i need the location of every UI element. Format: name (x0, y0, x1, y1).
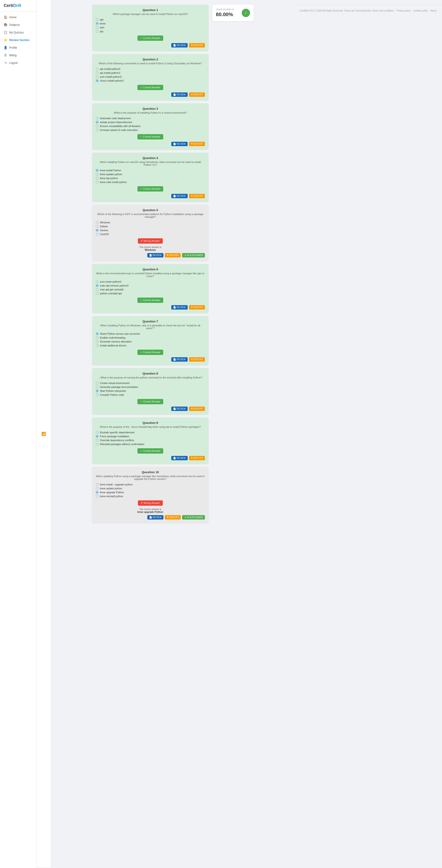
report-btn[interactable]: ⚑ REPORT (189, 142, 205, 146)
wrong-answer-btn[interactable]: ✗ Wrong Answer (138, 238, 163, 244)
radio-circle (96, 340, 99, 343)
sidebar-item-subjects[interactable]: 📚 Subjects (0, 21, 37, 29)
option-label: brew update python (100, 487, 122, 490)
option-label: Start Python interpreter (100, 390, 126, 392)
question-text: When updating Python using a package man… (96, 475, 205, 480)
sidebar-item-profile[interactable]: 👤 Profile (0, 44, 37, 52)
correct-answer-btn[interactable]: ✓ Correct Answer (137, 186, 163, 191)
sidebar-item-review-section[interactable]: ⭐ Review Section (0, 36, 37, 44)
sidebar-item-home[interactable]: 🏠 Home (0, 13, 37, 21)
question-title: Question 7 (96, 320, 205, 323)
footer-copyright: CertiDrill V3.0 © 2024 All Rights Reserv… (300, 9, 372, 863)
correct-answer-btn[interactable]: ✓ Correct Answer (137, 399, 163, 404)
option-label: Create virtual environment (100, 382, 130, 384)
report-btn[interactable]: ⚑ REPORT (189, 194, 205, 198)
question-text: When installing Python on macOS using Ho… (96, 161, 205, 166)
option: brew install --upgrade python (96, 483, 205, 486)
card-actions: 📄 REVIEW ⚑ REPORT (96, 43, 205, 48)
option-label: rpm (100, 26, 104, 29)
correct-answer-btn[interactable]: ✓ Correct Answer (137, 35, 163, 41)
report-btn[interactable]: ⚑ REPORT (189, 407, 205, 411)
review-btn[interactable]: 📄 REVIEW (171, 456, 188, 460)
option: brew install Python (96, 169, 205, 172)
review-btn[interactable]: 📄 REVIEW (171, 194, 188, 198)
review-btn[interactable]: 📄 REVIEW (171, 357, 188, 362)
report-btn[interactable]: ⚑ REPORT (189, 357, 205, 362)
sidebar-item-my-quizzes[interactable]: 📋 My Quizzes (0, 29, 37, 36)
option-label: brew tap python (100, 177, 118, 180)
question-title: Question 9 (96, 421, 205, 425)
correct-answer-btn[interactable]: ✓ Correct Answer (137, 350, 163, 355)
option-label: Exclude specific dependencies (100, 431, 134, 434)
correct-answer-note: The correct answer isbrew upgrade Python (96, 508, 205, 513)
content-area: Question 1 Which package manager can be … (92, 5, 254, 523)
question-text: Which of the following commands is used … (96, 62, 205, 65)
report-btn[interactable]: ⚑ REPORT (165, 253, 181, 257)
radio-circle (96, 495, 99, 498)
option-label: Compile Python code (100, 394, 124, 396)
review-btn[interactable]: 📄 REVIEW (171, 43, 188, 48)
radio-circle (96, 125, 99, 127)
ai-explain-btn[interactable]: ✨ AI EXPLAINER (182, 253, 205, 257)
option: brew (96, 22, 205, 25)
question-card-8: Question 8 ...What is the purpose of run… (92, 368, 209, 415)
card-actions: 📄 REVIEW ⚑ REPORT (96, 142, 205, 146)
sidebar-item-profile-label: Profile (9, 46, 17, 49)
score-value: 80.00% (216, 11, 234, 18)
card-actions: 📄 REVIEW ⚑ REPORT (96, 92, 205, 97)
radio-circle (96, 382, 99, 384)
score-circle: ✓ (242, 9, 250, 17)
correct-answer-btn[interactable]: ✓ Correct Answer (137, 448, 163, 454)
radio-circle (96, 26, 99, 29)
sidebar-nav: 🏠 Home 📚 Subjects 📋 My Quizzes ⭐ Review … (0, 11, 37, 868)
radio-circle (96, 390, 99, 392)
option: Exclude specific dependencies (96, 431, 205, 434)
review-btn[interactable]: 📄 REVIEW (171, 142, 188, 146)
option-label: brew install Python (100, 169, 121, 172)
correct-answer-btn[interactable]: ✓ Correct Answer (137, 134, 163, 140)
report-btn[interactable]: ⚑ REPORT (165, 515, 181, 520)
footer-link-about[interactable]: About (431, 9, 437, 12)
review-btn[interactable]: 📄 REVIEW (171, 407, 188, 411)
review-btn[interactable]: 📄 REVIEW (171, 305, 188, 310)
ai-explain-btn[interactable]: ✨ AI EXPLAINER (182, 515, 205, 520)
question-text: Which package manager can be used to ins… (96, 13, 205, 16)
footer-link-cookies[interactable]: Cookies policy (413, 9, 428, 12)
report-btn[interactable]: ⚑ REPORT (189, 456, 205, 460)
review-btn[interactable]: 📄 REVIEW (147, 253, 164, 257)
option-label: Debian (100, 225, 108, 228)
radio-circle (96, 169, 99, 172)
card-actions: 📄 REVIEW ⚑ REPORT (96, 194, 205, 198)
review-btn[interactable]: 📄 REVIEW (147, 515, 164, 520)
footer-link-terms[interactable]: Terms and conditions (372, 9, 394, 12)
options-list: apt brew rpm pip (96, 18, 205, 33)
option-label: python uninstall apt (100, 292, 122, 295)
options-list: brew install --upgrade python brew updat… (96, 483, 205, 498)
report-btn[interactable]: ⚑ REPORT (189, 43, 205, 48)
option: Isolate project dependencies (96, 121, 205, 124)
option: Enable multi-threading (96, 336, 205, 339)
answer-row: ✓ Correct Answer (96, 186, 205, 191)
footer-link-privacy[interactable]: Privacy policy (397, 9, 411, 12)
option-label: Automate code deployment (100, 117, 131, 120)
score-card: YOUR SCORE IS 80.00% ✓ (212, 5, 254, 21)
correct-answer-btn[interactable]: ✓ Correct Answer (137, 85, 163, 90)
radio-circle (96, 18, 99, 21)
sidebar-item-billing[interactable]: ☰ Billing (0, 52, 37, 59)
report-btn[interactable]: ⚑ REPORT (189, 305, 205, 310)
wrong-answer-btn[interactable]: ✗ Wrong Answer (138, 500, 163, 506)
card-actions: 📄 REVIEW ⚑ REPORT ✨ AI EXPLAINER (96, 253, 205, 257)
profile-icon: 👤 (4, 46, 7, 49)
option: brew reinstall python (96, 495, 205, 498)
question-title: Question 6 (96, 268, 205, 271)
report-btn[interactable]: ⚑ REPORT (189, 92, 205, 97)
radio-circle (96, 332, 99, 335)
question-title: Question 3 (96, 107, 205, 111)
answer-row: ✓ Correct Answer (96, 35, 205, 41)
review-btn[interactable]: 📄 REVIEW (171, 92, 188, 97)
question-text: What is the recommended way to uninstall… (96, 272, 205, 278)
correct-answer-note: The correct answer isWindows (96, 246, 205, 251)
sidebar-item-logout[interactable]: ↪ Logout (0, 59, 37, 67)
correct-answer-btn[interactable]: ✓ Correct Answer (137, 298, 163, 303)
option: Create virtual environment (96, 382, 205, 384)
